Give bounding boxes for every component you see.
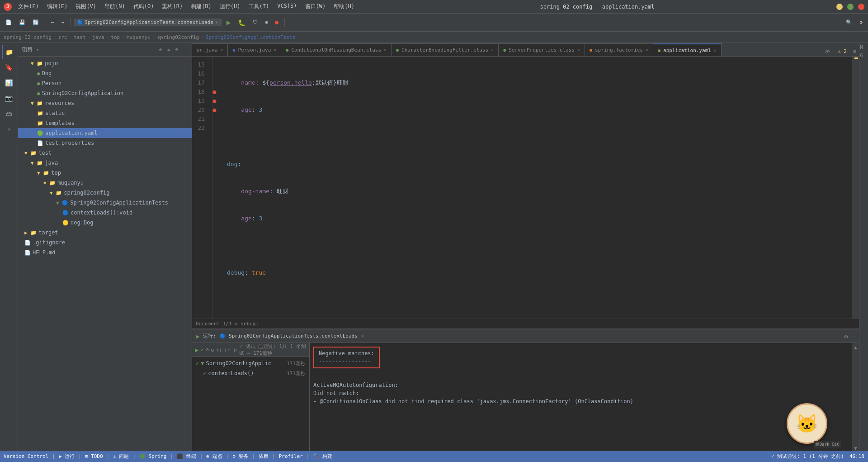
tree-item-application-yaml[interactable]: 🟢 application.yaml <box>18 128 192 138</box>
problems-btn[interactable]: ⚠ 问题 <box>113 453 129 460</box>
tree-item-spring02config[interactable]: ▼ 📁 spring02config <box>18 188 192 198</box>
code-content[interactable]: name: ${person.hello:默认值}旺财 age: 3 dog: … <box>222 57 852 319</box>
tree-item-gitignore[interactable]: 📄 .gitignore <box>18 238 192 248</box>
tree-item-test-class[interactable]: ▼ 🔵 Spring02ConfigApplicationTests <box>18 198 192 208</box>
sidebar-locate-btn[interactable]: ⊕ <box>157 46 164 53</box>
tree-item-person[interactable]: ● Person <box>18 78 192 88</box>
run-panel-run-icon[interactable]: ▶ <box>196 333 199 340</box>
sidebar-settings-btn[interactable]: ⚙ <box>174 46 180 53</box>
run-config-dropdown-icon[interactable]: ▾ <box>215 19 218 25</box>
menu-view[interactable]: 视图(V) <box>72 2 100 11</box>
endpoints-btn[interactable]: ⊕ 端点 <box>206 453 222 460</box>
run-toolbar-sort-desc[interactable]: ↓↑ <box>224 347 231 353</box>
scroll-down-btn[interactable]: ▼ <box>854 446 857 451</box>
breadcrumb-spring02config[interactable]: spring02config <box>157 34 199 40</box>
tree-item-java[interactable]: ▼ 📁 java <box>18 158 192 168</box>
breadcrumb-class[interactable]: Spring02ConfigApplicationTests <box>206 34 296 40</box>
search-everywhere[interactable]: 🔍 <box>843 18 855 27</box>
tab-character-filter[interactable]: ● CharacterEncodingFilter.class × <box>392 43 499 56</box>
menu-edit[interactable]: 编辑(E) <box>43 2 71 11</box>
run-toolbar-check-btn[interactable]: ✓ <box>200 347 203 353</box>
breadcrumb-root[interactable]: spring-02-config <box>4 34 52 40</box>
menu-build[interactable]: 构建(B) <box>187 2 215 11</box>
sidebar-collapse-btn[interactable]: ≡ <box>165 46 172 53</box>
tab-spring-factories-close[interactable]: × <box>646 48 648 52</box>
tab-application-yaml-close[interactable]: × <box>714 48 717 53</box>
breadcrumb-src[interactable]: src <box>58 34 67 40</box>
tree-item-test[interactable]: ▼ 📁 test <box>18 148 192 158</box>
tree-item-static[interactable]: 📁 static <box>18 108 192 118</box>
breadcrumb-top[interactable]: top <box>111 34 120 40</box>
minimize-button[interactable] <box>836 4 843 10</box>
close-button[interactable] <box>858 4 864 10</box>
breadcrumb-java[interactable]: java <box>92 34 104 40</box>
toolbar-save[interactable]: 💾 <box>16 18 28 27</box>
menu-refactor[interactable]: 重构(R) <box>158 2 186 11</box>
breadcrumb-test[interactable]: test <box>74 34 86 40</box>
database-icon[interactable]: 🗃 <box>2 106 16 121</box>
tabs-more-btn[interactable]: ≫ <box>821 46 834 56</box>
tree-item-muquanyu[interactable]: ▼ 📁 muquanyu <box>18 178 192 188</box>
toolbar-new[interactable]: 📄 <box>3 18 14 27</box>
tree-item-test-properties[interactable]: 📄 test.properties <box>18 138 192 148</box>
right-icon-maven[interactable]: M <box>860 45 868 52</box>
tree-item-templates[interactable]: 📁 templates <box>18 118 192 128</box>
run-toolbar-rerun-btn[interactable]: ↻ <box>211 347 214 353</box>
debug-button[interactable]: 🐛 <box>235 18 248 28</box>
run-btn[interactable]: ▶ 运行 <box>59 453 75 460</box>
structure-icon[interactable]: 📊 <box>2 76 16 90</box>
version-control-btn[interactable]: Version Control <box>4 453 48 459</box>
git-icon[interactable]: ↗ <box>2 122 16 136</box>
tree-item-target[interactable]: ▶ 📁 target <box>18 228 192 238</box>
toolbar-refresh[interactable]: 🔄 <box>30 18 42 27</box>
menu-help[interactable]: 帮助(H) <box>330 2 358 11</box>
test-tree-context-loads[interactable]: ✓ contextLoads() 171毫秒 <box>192 368 309 378</box>
tab-character-filter-close[interactable]: × <box>491 48 494 52</box>
run-toolbar-more[interactable]: ▷ <box>234 347 237 353</box>
sidebar-dropdown-icon[interactable]: ▾ <box>36 47 39 52</box>
tree-item-resources[interactable]: ▼ 📁 resources <box>18 98 192 108</box>
menu-window[interactable]: 窗口(W) <box>302 2 330 11</box>
maximize-button[interactable] <box>847 4 854 10</box>
tree-item-pojo[interactable]: ▼ 📁 pojo <box>18 58 192 68</box>
camera-icon[interactable]: 📷 <box>2 91 16 105</box>
tab-spring-factories[interactable]: ● spring.factories × <box>585 43 653 56</box>
tree-item-helpmd[interactable]: 📄 HELP.md <box>18 248 192 257</box>
project-panel-icon[interactable]: 📁 <box>2 45 16 59</box>
build-btn[interactable]: 🔨 构建 <box>313 453 332 460</box>
stop-button[interactable]: ■ <box>273 18 281 27</box>
todo-btn[interactable]: ≡ TODO <box>85 453 103 459</box>
tab-conditional-bean-close[interactable]: × <box>384 48 387 52</box>
breadcrumb-muquanyu[interactable]: muquanyu <box>127 34 151 40</box>
menu-navigate[interactable]: 导航(N) <box>101 2 129 11</box>
toolbar-run-config[interactable]: 🔵 Spring02ConfigApplicationTests.context… <box>74 19 222 26</box>
tabs-settings-btn[interactable]: ⚙ <box>850 46 859 56</box>
run-panel-collapse-btn[interactable]: — <box>852 333 855 340</box>
menu-tools[interactable]: 工具(T) <box>245 2 273 11</box>
tab-server-properties[interactable]: ● ServerProperties.class × <box>499 43 585 56</box>
tab-conditional-bean[interactable]: ● ConditionalOnMissingBean.class × <box>281 43 392 56</box>
tab-application-yaml[interactable]: ● application.yaml × <box>653 43 722 56</box>
tree-item-spring-app[interactable]: ● Spring02ConfigApplication <box>18 88 192 98</box>
sidebar-gear-btn[interactable]: — <box>182 46 188 53</box>
more-run-options[interactable]: ⚙ <box>262 18 271 27</box>
spring-btn[interactable]: 🌿 Spring <box>139 453 166 459</box>
tab-on-java-close[interactable]: × <box>220 48 223 52</box>
scroll-up-btn[interactable]: ▲ <box>854 345 857 350</box>
run-panel-close-tab[interactable]: × <box>361 333 364 338</box>
run-toolbar-run-btn[interactable]: ▶ <box>195 346 198 353</box>
tree-item-dog-field[interactable]: 🟡 dog:Dog <box>18 218 192 228</box>
tab-person-java[interactable]: ● Person.java × <box>228 43 281 56</box>
bookmarks-icon[interactable]: 🔖 <box>2 60 16 75</box>
run-button[interactable]: ▶ <box>224 17 234 28</box>
tree-item-dog[interactable]: ● Dog <box>18 68 192 78</box>
menu-run[interactable]: 运行(U) <box>216 2 244 11</box>
tree-item-top[interactable]: ▼ 📁 top <box>18 168 192 178</box>
menu-file[interactable]: 文件(F) <box>14 2 42 11</box>
run-toolbar-stop-btn[interactable]: ⊘ <box>206 347 209 353</box>
toolbar-forward[interactable]: → <box>59 18 67 27</box>
services-btn[interactable]: ⚙ 服务 <box>232 453 248 460</box>
right-icon-gradle[interactable]: G <box>860 53 868 60</box>
tab-person-java-close[interactable]: × <box>274 48 276 52</box>
menu-vcs[interactable]: VCS(S) <box>274 2 300 11</box>
